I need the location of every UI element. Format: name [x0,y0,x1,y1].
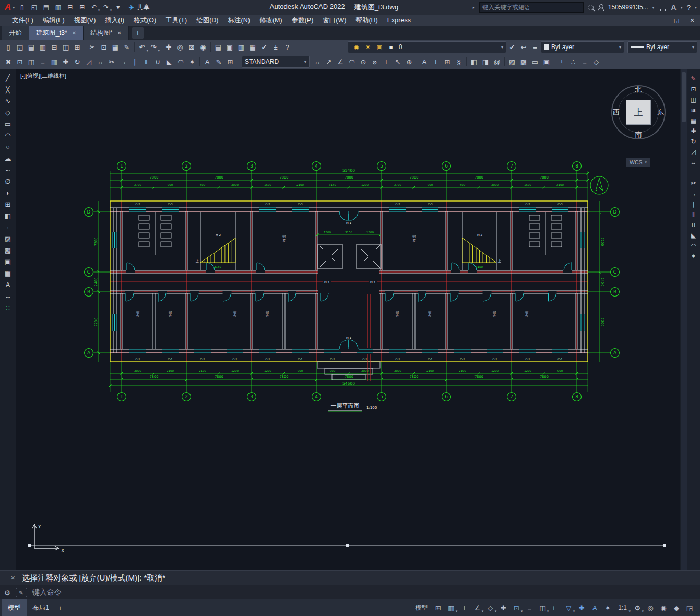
field-icon[interactable]: § [453,56,465,67]
rectangle-icon[interactable]: ▭ [1,119,15,129]
text-style-icon[interactable]: A [201,56,213,67]
hatch-icon[interactable]: ▨ [506,56,518,67]
single-line-text-icon[interactable]: T [430,56,442,67]
area-icon[interactable]: ◇ [590,56,602,67]
join-icon[interactable]: ∪ [152,56,163,67]
menu-item[interactable]: 编辑(E) [38,15,69,26]
polar-tracking-icon[interactable]: ∠▾ [471,601,483,614]
table-icon[interactable]: ▦ [1,268,15,278]
make-object-layer-current-icon[interactable]: ✔ [506,41,518,53]
polyline-icon[interactable]: ∿ [1,96,15,106]
viewport-controls[interactable]: [-][俯视][二维线框] [20,72,66,80]
lineweight-icon[interactable]: ≡ [523,601,536,614]
wcs-dropdown[interactable]: WCS ▾ [626,158,650,167]
dim-radius-icon[interactable]: ⊙ [358,56,369,67]
tab-close-icon[interactable]: ✕ [117,30,122,36]
open-file-icon[interactable]: ◱ [29,2,39,13]
app-menu-logo[interactable]: A [3,2,13,13]
grid-display-icon[interactable]: ⊞ [432,601,444,614]
app-store-icon[interactable] [659,4,667,9]
match-properties-icon[interactable]: ✎ [121,41,133,53]
region-icon[interactable]: ▣ [1,257,15,267]
scale-icon[interactable]: ◿ [83,56,94,67]
clean-screen-icon[interactable]: ◲ [683,601,696,614]
ellipse-icon[interactable]: ∅ [1,176,15,186]
fillet-icon[interactable]: ◠ [688,241,699,251]
lengthen-icon[interactable]: — [688,168,699,177]
minimize-button[interactable]: — [653,15,669,26]
copy-icon[interactable]: ⊡ [14,56,26,67]
construction-line-icon[interactable]: ╳ [1,85,15,94]
layout-tab[interactable]: 布局1 [27,599,55,616]
table-icon[interactable]: ⊞ [442,56,453,67]
model-paper-toggle-icon[interactable]: 模型 [411,601,431,614]
make-block-icon[interactable]: ◧ [468,56,480,67]
user-icon[interactable] [598,4,604,11]
insert-block-icon[interactable]: ⊞ [1,199,15,209]
help-icon[interactable]: ? [281,41,293,53]
menu-item[interactable]: 插入(I) [100,15,129,26]
id-point-icon[interactable]: ∴ [567,56,579,67]
sheet-set-manager-icon[interactable]: ▦ [247,41,258,53]
file-tab[interactable]: 建筑图_t3*✕ [29,26,84,40]
copy-clip-icon[interactable]: ⊡ [98,41,110,53]
mirror-icon[interactable]: ◫ [26,56,37,67]
array-icon[interactable]: ▦ [49,56,60,67]
isodraft-icon[interactable]: ◇▾ [484,601,496,614]
dim-angular-icon[interactable]: ∠ [335,56,346,67]
viewcube-east-label[interactable]: 东 [657,108,664,117]
break-icon[interactable]: ‖ [140,56,152,67]
autodesk-icon[interactable]: A [671,3,677,11]
extend-icon[interactable]: → [117,56,129,67]
join-icon[interactable]: ∪ [688,220,699,230]
autoscale-icon[interactable]: ✶ [601,601,614,614]
print-icon[interactable]: ⊟ [49,41,60,53]
region-icon[interactable]: ▣ [541,56,552,67]
menu-item[interactable]: 窗口(W) [318,15,351,26]
file-tab[interactable]: 开始 [2,26,29,40]
redo-icon[interactable]: ↷▾ [101,2,111,13]
linetype-dropdown[interactable]: ByLayer ▾ [627,41,697,53]
erase-icon[interactable]: ✖ [3,56,14,67]
menu-item[interactable]: 文件(F) [7,15,38,26]
stretch-icon[interactable]: ↔ [94,56,106,67]
menu-item[interactable]: 修改(M) [255,15,287,26]
vertical-scrollbar[interactable] [680,69,687,570]
qnew-icon[interactable]: ▯ [3,41,14,53]
menu-item[interactable]: Express [383,15,416,26]
polygon-icon[interactable]: ◇ [1,108,15,117]
mtext-icon[interactable]: A [419,56,430,67]
point-style-icon[interactable]: ∷ [1,303,15,313]
trim-icon[interactable]: ✂ [688,179,699,188]
zoom-window-icon[interactable]: ⊠ [186,41,197,53]
multileader-icon[interactable]: ↖ [392,56,404,67]
markup-set-manager-icon[interactable]: ✔ [258,41,270,53]
gradient-icon[interactable]: ▩ [1,245,15,255]
fillet-icon[interactable]: ◠ [175,56,186,67]
search-icon[interactable] [588,5,594,10]
menu-item[interactable]: 格式(O) [129,15,161,26]
insert-block-icon[interactable]: ◨ [480,56,491,67]
dim-ordinate-icon[interactable]: ⊥ [381,56,392,67]
floor-plan[interactable]: 5540078007800780078007800780078002700900… [85,162,620,412]
break-icon[interactable]: ‖ [688,210,699,219]
layout-tab[interactable]: 模型 [2,599,27,616]
layer-lock-icon[interactable]: ▣ [374,41,385,53]
dim-arc-icon[interactable]: ◠ [346,56,358,67]
annotation-visibility-icon[interactable]: A [588,601,601,614]
ortho-mode-icon[interactable]: ⊥ [458,601,470,614]
redo-icon[interactable]: ↷▾ [148,41,159,53]
stretch-icon[interactable]: ↔ [688,158,699,167]
boundary-icon[interactable]: ▭ [529,56,541,67]
search-input[interactable]: 键入关键字或短语 [479,2,584,13]
hatch-icon[interactable]: ▨ [1,234,15,244]
new-drawing-tab-button[interactable]: + [132,27,144,39]
viewcube-south-label[interactable]: 南 [635,130,642,139]
gizmo-icon[interactable]: ✚ [575,601,588,614]
text-style-dropdown[interactable]: STANDARD ▾ [242,56,310,68]
zoom-realtime-icon[interactable]: ◎ [174,41,186,53]
layer-on-icon[interactable]: ◉ [351,41,362,53]
break-at-point-icon[interactable]: ∣ [129,56,140,67]
viewcube-top-face[interactable]: 上 [626,100,651,125]
move-icon[interactable]: ✚ [688,126,699,136]
